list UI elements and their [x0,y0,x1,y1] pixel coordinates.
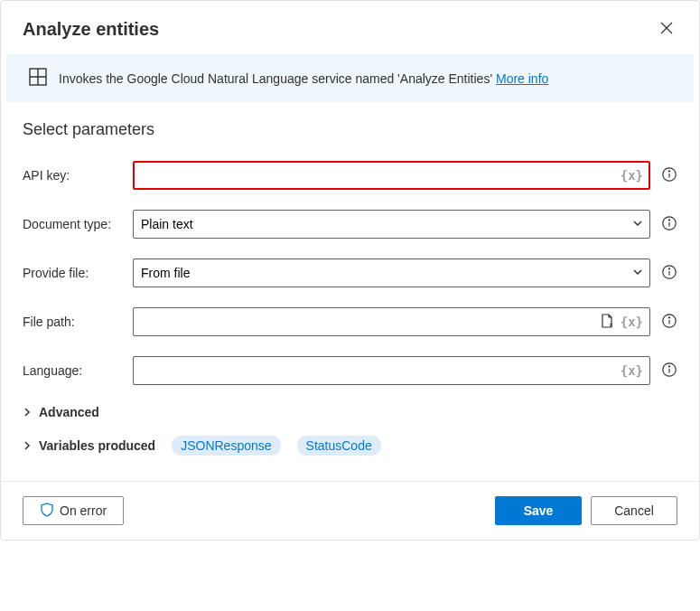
action-icon [28,67,48,89]
svg-point-2 [668,170,669,171]
dialog-container: Analyze entities Invokes the Google Clou… [0,0,700,540]
file-path-input[interactable] [133,307,650,336]
on-error-label: On error [60,503,107,518]
field-api-key-wrap: {x} [133,161,650,190]
save-label: Save [524,503,554,518]
cancel-button[interactable]: Cancel [591,496,677,525]
advanced-toggle[interactable]: Advanced [23,405,677,419]
variables-produced-toggle[interactable]: Variables produced JSONResponse StatusCo… [23,436,677,456]
label-file-path: File path: [23,315,122,329]
footer-right: Save Cancel [495,496,677,525]
info-icon [661,172,677,185]
info-icon [661,367,677,381]
label-provide-file: Provide file: [23,266,122,280]
chevron-right-icon [23,438,32,453]
info-icon [661,269,677,283]
close-icon [659,24,674,38]
field-provide-file-wrap: From file [133,258,650,287]
svg-point-6 [668,268,669,268]
on-error-button[interactable]: On error [23,496,124,525]
variable-pill[interactable]: StatusCode [297,436,381,456]
document-type-select[interactable]: Plain text [133,210,650,239]
svg-point-10 [668,365,669,366]
shield-icon [40,503,54,520]
info-icon [661,221,677,234]
info-button-document-type[interactable] [661,215,677,234]
variables-produced-label: Variables produced [39,438,155,453]
advanced-label: Advanced [39,405,99,419]
close-button[interactable] [656,17,677,42]
row-api-key: API key: {x} [23,161,677,190]
info-banner: Invokes the Google Cloud Natural Languag… [6,54,694,102]
chevron-right-icon [23,405,32,419]
section-title: Select parameters [23,120,677,139]
field-file-path-wrap: {x} [133,307,650,336]
dialog-title: Analyze entities [23,19,159,40]
provide-file-select[interactable]: From file [133,258,650,287]
field-document-type-wrap: Plain text [133,210,650,239]
label-document-type: Document type: [23,217,122,231]
row-language: Language: {x} [23,356,677,385]
svg-point-8 [668,316,669,317]
save-button[interactable]: Save [495,496,582,525]
row-file-path: File path: {x} [23,307,677,336]
svg-point-4 [668,219,669,220]
language-input[interactable] [133,356,650,385]
field-language-wrap: {x} [133,356,650,385]
banner-description: Invokes the Google Cloud Natural Languag… [59,71,496,86]
row-provide-file: Provide file: From file [23,258,677,287]
more-info-link[interactable]: More info [496,71,548,86]
label-language: Language: [23,363,122,378]
dialog-header: Analyze entities [1,1,699,54]
info-button-language[interactable] [661,362,677,381]
info-button-provide-file[interactable] [661,264,677,283]
info-button-file-path[interactable] [661,313,677,332]
cancel-label: Cancel [614,503,654,518]
file-picker-icon[interactable] [599,313,615,332]
dialog-body: Select parameters API key: {x} Document … [1,102,699,481]
info-icon [661,318,677,332]
dialog-footer: On error Save Cancel [1,481,699,540]
info-button-api-key[interactable] [661,166,677,185]
label-api-key: API key: [23,168,122,183]
variable-pill[interactable]: JSONResponse [172,436,280,456]
banner-text: Invokes the Google Cloud Natural Languag… [59,71,548,86]
api-key-input[interactable] [133,161,650,190]
row-document-type: Document type: Plain text [23,210,677,239]
